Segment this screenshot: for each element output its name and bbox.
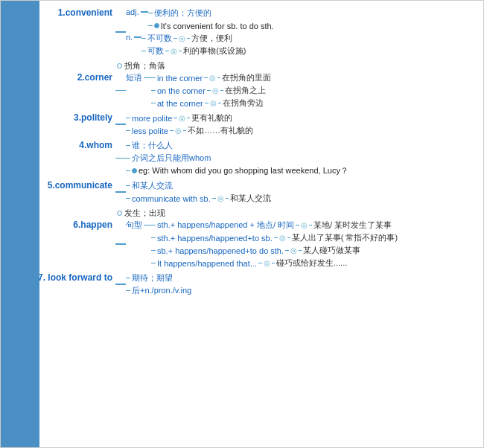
key-communicate: 5.communicate: [42, 179, 115, 191]
key-lookForwardTo: 7. look forward to: [42, 272, 115, 283]
entry-happen: 发生；出现6.happen句型sth.+ happens/happened + …: [42, 207, 477, 269]
entry-convenient: 1.convenientadj.便利的；方便的 It's convenient …: [42, 7, 477, 57]
entry-politely: 3.politelymore polite◎更有礼貌的less polite◎不…: [42, 112, 477, 137]
key-corner: 2.corner: [42, 71, 115, 83]
key-politely: 3.politely: [42, 112, 115, 123]
entry-communicate: 5.communicate和某人交流communicate with sb.◎和…: [42, 179, 477, 205]
entry-lookForwardTo: 7. look forward to期待；期望后+n./pron./v.ing: [42, 272, 477, 297]
section-label: [1, 1, 39, 447]
entry-whom: 4.whom谁；什么人介词之后只能用whom eg: With whom did…: [42, 139, 477, 177]
key-happen: 6.happen: [42, 219, 115, 230]
key-whom: 4.whom: [42, 139, 115, 150]
main-container: 1.convenientadj.便利的；方便的 It's convenient …: [0, 0, 484, 448]
mindmap: 1.convenientadj.便利的；方便的 It's convenient …: [39, 5, 477, 301]
key-convenient: 1.convenient: [42, 7, 115, 18]
content-area: 1.convenientadj.便利的；方便的 It's convenient …: [39, 1, 483, 447]
entry-corner: 拐角；角落2.corner短语in the corner◎在拐角的里面on th…: [42, 60, 477, 109]
